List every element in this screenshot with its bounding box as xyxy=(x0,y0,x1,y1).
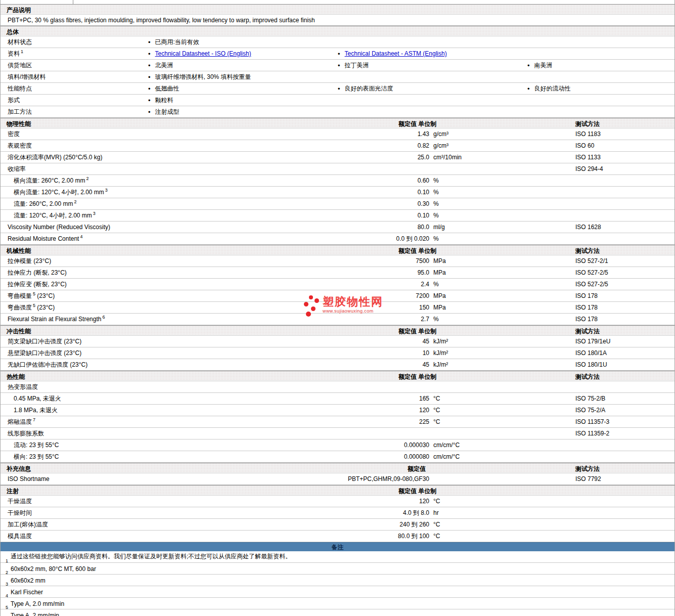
property-label: 供货地区 xyxy=(8,62,32,69)
property-unit: °C xyxy=(429,418,572,425)
table-row: 熔融温度7 225 °C ISO 11357-3 xyxy=(1,416,674,428)
property-test-method: ISO 1628 xyxy=(572,224,674,231)
section-header-mechanical: 机械性能 额定值 单位制 测试方法 xyxy=(1,245,674,255)
property-label: 填料/增强材料 xyxy=(8,73,46,80)
property-label: 材料状态 xyxy=(8,38,32,46)
property-test-method: ISO 527-2/5 xyxy=(572,281,674,288)
table-row: 线形膨胀系数 ISO 11359-2 xyxy=(1,428,674,439)
property-unit: g/cm³ xyxy=(429,130,572,138)
property-value: 120 xyxy=(419,498,429,505)
property-unit: hr xyxy=(429,509,572,516)
bullet-item: 低翘曲性 xyxy=(145,84,334,93)
bullet-item: Technical Datasheet - ASTM (English) xyxy=(334,50,524,57)
bullet-item: 拉丁美洲 xyxy=(334,61,524,70)
column-header-value: 额定值 xyxy=(408,465,426,473)
footnote-row: 4Karl Fischer xyxy=(1,586,674,598)
property-value: 2.4 xyxy=(421,281,429,288)
property-label: 性能特点 xyxy=(8,85,32,92)
property-label: Viscosity Number (Reduced Viscosity) xyxy=(8,224,110,231)
property-unit: °C xyxy=(429,498,572,505)
section-header-product-description: 产品说明 xyxy=(1,4,674,15)
column-header-unit: 单位制 xyxy=(418,328,436,335)
property-label: 横向流量: 120°C, 4小时, 2.00 mm xyxy=(14,189,104,196)
section-title: 注射 xyxy=(7,487,19,496)
property-unit: kJ/m² xyxy=(429,349,572,357)
footnote-row: 6Type A, 2 mm/min xyxy=(1,609,674,616)
watermark-site-name: 塑胶物性网 xyxy=(323,295,383,309)
property-value: 95.0 xyxy=(418,269,429,276)
property-unit: °C xyxy=(429,395,572,402)
table-row: 横向流量: 260°C, 2.00 mm2 0.60 % xyxy=(1,175,674,187)
table-row: 无缺口伊佐德冲击强度 (23°C) 45 kJ/m² ISO 180/1U xyxy=(1,359,674,371)
property-test-method: ISO 527-2/5 xyxy=(572,269,674,276)
property-value: PBT+PC,GHMR,09-080,GF30 xyxy=(348,475,429,482)
column-header-value: 额定值 xyxy=(398,488,417,495)
column-header-unit: 单位制 xyxy=(418,488,436,495)
product-description-text: PBT+PC, 30 % glass fibres, injection mou… xyxy=(8,17,315,24)
property-test-method: ISO 180/1U xyxy=(572,361,674,368)
property-label: 收缩率 xyxy=(8,165,26,172)
property-test-method: ISO 11359-2 xyxy=(572,430,674,437)
property-value: 0.10 xyxy=(418,189,429,196)
column-header-value: 额定值 xyxy=(398,120,417,127)
table-row: 填料/增强材料 玻璃纤维增强材料, 30% 填料按重量 xyxy=(1,71,674,83)
property-label: 无缺口伊佐德冲击强度 (23°C) xyxy=(8,361,87,368)
property-unit: % xyxy=(429,212,572,219)
watermark-logo: 塑胶物性网 www.sujiaowuxing.com xyxy=(302,295,383,319)
column-header-method: 测试方法 xyxy=(575,327,600,336)
property-test-method: ISO 527-2/1 xyxy=(572,257,674,265)
property-label: 弯曲模量 xyxy=(8,292,32,299)
property-test-method: ISO 178 xyxy=(572,292,674,299)
bullet-item: 良好的表面光洁度 xyxy=(334,84,524,93)
datasheet-link-iso[interactable]: Technical Datasheet - ISO (English) xyxy=(155,50,251,57)
column-header-value: 额定值 xyxy=(398,247,417,254)
property-value: 0.82 xyxy=(418,142,429,149)
remarks-header-bar: 备注 xyxy=(1,542,674,551)
section-header-thermal: 热性能 额定值 单位制 测试方法 xyxy=(1,371,674,381)
property-value: 225 xyxy=(419,418,429,425)
property-label: 加工(熔体)温度 xyxy=(8,521,48,528)
table-row: 形式 颗粒料 xyxy=(1,95,674,106)
property-label: 拉伸模量 (23°C) xyxy=(8,257,51,265)
table-row: ISO Shortname PBT+PC,GHMR,09-080,GF30 IS… xyxy=(1,473,674,485)
table-row: 干燥温度 120 °C xyxy=(1,496,674,507)
table-row: 加工方法 注射成型 xyxy=(1,106,674,118)
property-value: 80.0 到 100 xyxy=(398,532,429,541)
property-label: 流量: 120°C, 4小时, 2.00 mm xyxy=(14,212,92,219)
property-test-method: ISO 179/1eU xyxy=(572,338,674,345)
property-value: 0.000030 xyxy=(404,442,429,449)
table-row: 热变形温度 xyxy=(1,381,674,393)
property-value: 45 xyxy=(423,338,429,345)
section-header-supplemental: 补充信息 额定值 测试方法 xyxy=(1,463,674,473)
table-row: 加工(熔体)温度 240 到 260 °C xyxy=(1,519,674,531)
bullet-item: 注射成型 xyxy=(145,108,334,116)
property-unit: MPa xyxy=(429,304,572,311)
property-label: Flexural Strain at Flexural Strength xyxy=(8,316,101,323)
column-header-method: 测试方法 xyxy=(575,120,600,128)
property-value: 0.60 xyxy=(418,177,429,184)
property-test-method: ISO 178 xyxy=(572,316,674,323)
property-test-method: ISO 75-2/B xyxy=(572,395,674,402)
property-unit: % xyxy=(429,235,572,242)
property-value: 120 xyxy=(419,407,429,414)
property-label: 溶化体积流率(MVR) (250°C/5.0 kg) xyxy=(8,154,103,161)
top-strip xyxy=(1,0,674,4)
datasheet-link-astm[interactable]: Technical Datasheet - ASTM (English) xyxy=(345,50,447,57)
column-header-value: 额定值 xyxy=(398,328,417,335)
table-row: 性能特点 低翘曲性 良好的表面光洁度 良好的流动性 xyxy=(1,83,674,95)
property-label: 横向: 23 到 55°C xyxy=(14,453,59,460)
property-unit: % xyxy=(429,177,572,184)
property-label: 干燥温度 xyxy=(8,498,32,505)
property-label: 弯曲强度 xyxy=(8,304,32,311)
property-test-method: ISO 1133 xyxy=(572,154,674,161)
property-value: 80.0 xyxy=(418,224,429,231)
property-unit: cm/cm/°C xyxy=(429,453,572,460)
property-unit: MPa xyxy=(429,269,572,276)
property-value: 45 xyxy=(423,361,429,368)
table-row: 拉伸模量 (23°C) 7500 MPa ISO 527-2/1 xyxy=(1,255,674,267)
table-row: 供货地区 北美洲 拉丁美洲 南美洲 xyxy=(1,60,674,71)
property-label: 熔融温度 xyxy=(8,418,32,425)
footnote-text: Karl Fischer xyxy=(11,589,43,596)
column-header-value: 额定值 xyxy=(398,373,417,380)
property-label: 拉伸应变 (断裂, 23°C) xyxy=(8,281,67,288)
